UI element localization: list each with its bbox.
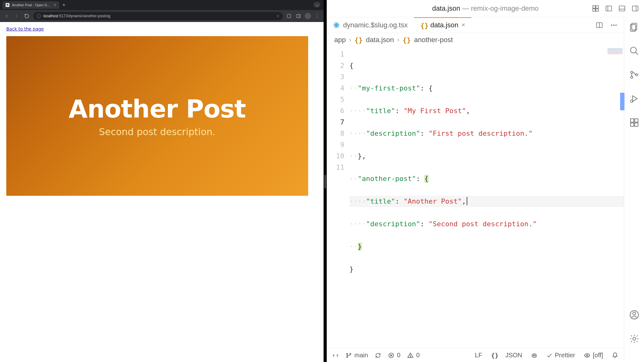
svg-rect-3 bbox=[593, 6, 595, 8]
browser-tabbar: R Another Post - Open Graph I… × + ⌄ bbox=[0, 0, 324, 10]
warnings-count[interactable]: 0 bbox=[407, 352, 419, 359]
svg-rect-11 bbox=[632, 6, 638, 11]
run-debug-icon[interactable] bbox=[629, 93, 640, 104]
svg-rect-5 bbox=[593, 9, 595, 11]
svg-rect-1 bbox=[297, 14, 300, 18]
split-divider[interactable] bbox=[324, 0, 327, 362]
svg-point-36 bbox=[630, 47, 636, 53]
breadcrumb-node[interactable]: another-post bbox=[414, 36, 453, 44]
editor-tab-label: data.json bbox=[430, 21, 458, 29]
window-title-project: remix-og-image-demo bbox=[471, 4, 539, 13]
svg-rect-46 bbox=[635, 119, 638, 122]
editor-tab-data-json[interactable]: {} data.json × bbox=[414, 17, 471, 33]
bookmark-star-icon[interactable]: ☆ bbox=[276, 14, 280, 18]
browser-toolbar: i localhost:5173/dynamic/another-post/og… bbox=[0, 10, 324, 22]
window-title-file: data.json bbox=[432, 4, 460, 13]
og-image-preview: Another Post Second post description. bbox=[6, 36, 308, 196]
svg-point-32 bbox=[535, 355, 536, 356]
og-title: Another Post bbox=[69, 95, 246, 123]
breadcrumb-root[interactable]: app bbox=[334, 36, 346, 44]
toggle-primary-sidebar-icon[interactable] bbox=[604, 4, 613, 13]
git-branch[interactable]: main bbox=[346, 352, 368, 359]
divider-handle-icon[interactable] bbox=[324, 175, 326, 189]
forward-button[interactable] bbox=[13, 13, 20, 19]
svg-rect-9 bbox=[619, 6, 625, 11]
errors-count[interactable]: 0 bbox=[388, 352, 400, 359]
new-tab-button[interactable]: + bbox=[59, 2, 69, 8]
chevron-right-icon: › bbox=[349, 36, 351, 44]
browser-window: R Another Post - Open Graph I… × + ⌄ i l… bbox=[0, 0, 324, 362]
formatter-prettier[interactable]: Prettier bbox=[546, 352, 575, 359]
editor-tab-label: dynamic.$slug.og.tsx bbox=[343, 21, 408, 29]
accounts-icon[interactable] bbox=[629, 309, 640, 321]
svg-point-21 bbox=[615, 25, 617, 26]
reload-button[interactable] bbox=[23, 13, 30, 19]
code-editor[interactable]: 1 2 3 4 5 6 7 8 9 10 11 { ··"my-first-po… bbox=[327, 47, 624, 348]
svg-point-33 bbox=[586, 354, 588, 356]
svg-rect-4 bbox=[596, 6, 598, 8]
settings-gear-icon[interactable] bbox=[629, 333, 640, 344]
language-mode[interactable]: {} JSON bbox=[491, 352, 522, 359]
svg-point-39 bbox=[630, 76, 633, 79]
site-info-icon[interactable]: i bbox=[36, 14, 41, 18]
copilot-icon[interactable] bbox=[531, 352, 537, 359]
svg-point-22 bbox=[347, 353, 347, 354]
overview-ruler-marker[interactable] bbox=[620, 93, 625, 110]
svg-point-13 bbox=[336, 25, 337, 26]
chevron-right-icon: › bbox=[397, 36, 399, 44]
toggle-panel-icon[interactable] bbox=[618, 4, 626, 13]
tabs-dropdown-icon[interactable]: ⌄ bbox=[314, 2, 320, 8]
json-file-icon: {} bbox=[354, 36, 363, 44]
git-sync-icon[interactable] bbox=[375, 352, 381, 359]
screencast-mode[interactable]: [off] bbox=[584, 352, 603, 359]
editor-area: dynamic.$slug.og.tsx {} data.json × app … bbox=[327, 17, 624, 362]
minimap[interactable] bbox=[606, 47, 624, 348]
split-editor-icon[interactable] bbox=[595, 21, 604, 30]
side-panel-icon[interactable] bbox=[295, 13, 302, 19]
editor-tab-dynamic-slug[interactable]: dynamic.$slug.og.tsx bbox=[327, 17, 414, 33]
svg-point-24 bbox=[350, 353, 351, 354]
tab-favicon: R bbox=[6, 3, 9, 7]
layout-customize-icon[interactable] bbox=[591, 4, 600, 13]
vscode-window: data.json — remix-og-image-demo dynamic.… bbox=[327, 0, 644, 362]
explorer-icon[interactable] bbox=[629, 21, 640, 33]
editor-tabs: dynamic.$slug.og.tsx {} data.json × bbox=[327, 17, 624, 33]
extensions-icon[interactable] bbox=[629, 117, 640, 128]
svg-point-29 bbox=[410, 356, 411, 357]
breadcrumb-bar[interactable]: app › {} data.json › {} another-post bbox=[327, 33, 624, 47]
og-description: Second post description. bbox=[99, 126, 216, 137]
svg-rect-43 bbox=[630, 119, 634, 122]
profile-avatar[interactable] bbox=[305, 13, 311, 19]
line-number-gutter: 1 2 3 4 5 6 7 8 9 10 11 bbox=[327, 47, 349, 348]
search-icon[interactable] bbox=[629, 45, 640, 57]
back-to-page-link[interactable]: Back to the page bbox=[6, 26, 44, 31]
toggle-secondary-sidebar-icon[interactable] bbox=[631, 4, 640, 13]
json-file-icon: {} bbox=[420, 22, 427, 29]
back-button[interactable] bbox=[3, 13, 10, 19]
remote-indicator-icon[interactable] bbox=[332, 352, 339, 359]
svg-line-37 bbox=[636, 52, 638, 55]
vscode-titlebar: data.json — remix-og-image-demo bbox=[327, 0, 644, 17]
svg-rect-44 bbox=[630, 123, 634, 126]
svg-point-49 bbox=[633, 337, 636, 340]
more-actions-icon[interactable] bbox=[609, 21, 618, 30]
browser-menu-icon[interactable]: ⋮ bbox=[314, 13, 320, 19]
browser-tab[interactable]: R Another Post - Open Graph I… × bbox=[3, 1, 59, 9]
svg-point-38 bbox=[630, 71, 633, 74]
page-viewport: Back to the page Another Post Second pos… bbox=[0, 22, 324, 362]
notifications-bell-icon[interactable] bbox=[612, 352, 618, 359]
json-node-icon: {} bbox=[402, 36, 411, 44]
extensions-icon[interactable] bbox=[286, 13, 292, 19]
status-bar: main 0 0 LF {} JSON bbox=[327, 348, 624, 362]
close-tab-icon[interactable]: × bbox=[462, 21, 465, 29]
eol-indicator[interactable]: LF bbox=[475, 352, 482, 359]
breadcrumb-file[interactable]: data.json bbox=[366, 36, 394, 44]
svg-point-20 bbox=[613, 25, 614, 26]
url-text: localhost:5173/dynamic/another-post/og bbox=[43, 14, 274, 18]
source-control-icon[interactable] bbox=[629, 69, 640, 80]
react-file-icon bbox=[333, 22, 340, 29]
svg-point-31 bbox=[533, 355, 534, 356]
url-bar[interactable]: i localhost:5173/dynamic/another-post/og… bbox=[33, 12, 283, 20]
code-content[interactable]: { ··"my-first-post": { ····"title": "My … bbox=[349, 47, 624, 348]
tab-close-icon[interactable]: × bbox=[54, 3, 56, 7]
